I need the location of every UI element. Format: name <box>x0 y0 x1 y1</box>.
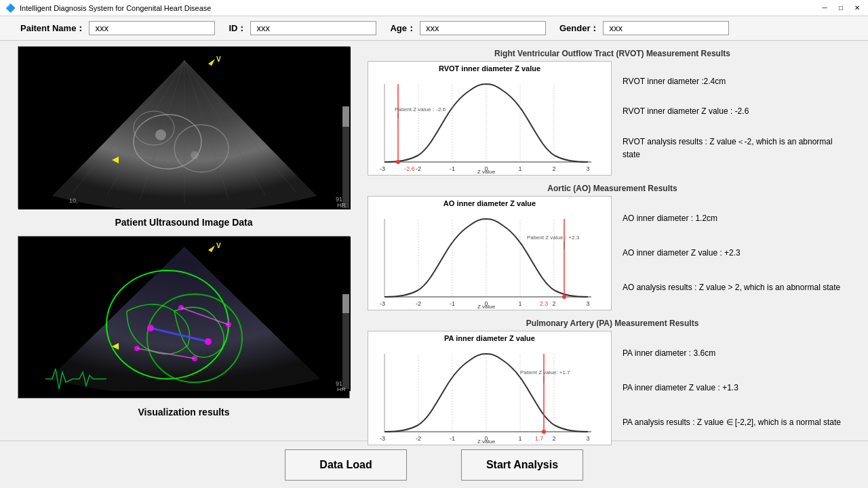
svg-point-57 <box>396 160 400 164</box>
pa-chart-title: PA inner diameter Z value <box>371 334 608 342</box>
right-panel: Right Ventricular Outflow Tract (RVOT) M… <box>368 46 857 435</box>
id-label: ID： <box>229 22 246 35</box>
svg-point-12 <box>191 151 199 159</box>
pa-chart: PA inner diameter Z value -3 <box>368 331 612 445</box>
pa-results: PA inner diameter : 3.6cm PA inner diame… <box>612 331 857 445</box>
svg-text:-2: -2 <box>416 435 421 442</box>
svg-point-11 <box>155 129 166 140</box>
svg-rect-37 <box>342 294 349 313</box>
rvot-result-3: RVOT analysis results : Z value＜-2, whic… <box>623 136 846 161</box>
rvot-section: Right Ventricular Outflow Tract (RVOT) M… <box>368 46 857 176</box>
rvot-chart-title: RVOT inner diameter Z value <box>371 64 608 73</box>
data-load-button[interactable]: Data Load <box>285 449 407 481</box>
svg-text:-2: -2 <box>416 300 421 307</box>
patient-name-label: Paitent Name： <box>20 22 85 35</box>
ao-chart-area: -3 -2 -1 0 1 2.3 2 3 Z value <box>371 209 608 307</box>
footer: Data Load Start Analysis <box>0 441 868 488</box>
ao-result-3: AO analysis results : Z value > 2, which… <box>623 281 846 294</box>
svg-text:10,: 10, <box>69 197 78 204</box>
svg-text:-2: -2 <box>416 165 421 172</box>
app-title: Intelligent Diagnosis System for Congeni… <box>20 4 211 12</box>
id-input[interactable] <box>250 21 376 35</box>
ultrasound-svg: V 10, 91 HR <box>18 47 351 209</box>
svg-text:-3: -3 <box>380 435 385 442</box>
title-bar-left: 🔷 Intelligent Diagnosis System for Conge… <box>5 3 211 13</box>
left-panel: V 10, 91 HR Patient Ultrasound Image Dat… <box>11 46 357 435</box>
svg-text:-3: -3 <box>380 300 385 307</box>
pa-section: Pulmonary Artery (PA) Measurement Result… <box>368 316 857 445</box>
svg-text:1.7: 1.7 <box>535 435 544 442</box>
pa-measurement: PA inner diameter Z value -3 <box>368 331 857 445</box>
minimize-button[interactable]: ─ <box>819 3 830 14</box>
visualization-image-box: V 91 HR <box>18 236 350 399</box>
svg-text:3: 3 <box>586 300 589 307</box>
gender-label: Gender： <box>559 22 599 35</box>
svg-text:-2.6: -2.6 <box>404 165 415 172</box>
rvot-result-1: RVOT inner diameter :2.4cm <box>623 75 846 88</box>
svg-text:1: 1 <box>518 435 521 442</box>
age-label: Age： <box>390 22 416 35</box>
svg-text:HR: HR <box>337 386 346 391</box>
visualization-label: Visualization results <box>138 407 229 418</box>
ao-section: Aortic (AO) Measurement Results AO inner… <box>368 181 857 310</box>
svg-text:Z value: Z value <box>477 304 496 309</box>
pa-section-title: Pulmonary Artery (PA) Measurement Result… <box>368 316 857 331</box>
rvot-results: RVOT inner diameter :2.4cm RVOT inner di… <box>612 61 857 176</box>
title-bar-controls: ─ □ ✕ <box>819 3 863 14</box>
svg-text:Patient Z value：+2.3: Patient Z value：+2.3 <box>527 235 580 241</box>
svg-text:V: V <box>216 56 221 63</box>
header-row: Paitent Name： ID： Age： Gender： <box>0 16 868 41</box>
patient-name-field: Paitent Name： <box>20 21 215 35</box>
close-button[interactable]: ✕ <box>852 3 863 14</box>
svg-text:-1: -1 <box>450 300 455 307</box>
age-field: Age： <box>390 21 546 35</box>
svg-point-25 <box>147 325 154 331</box>
rvot-measurement: RVOT inner diameter Z value <box>368 61 857 176</box>
ultrasound-image-box: V 10, 91 HR <box>18 46 350 209</box>
svg-point-97 <box>542 430 546 434</box>
svg-point-26 <box>205 338 212 345</box>
rvot-result-2: RVOT inner diameter Z value : -2.6 <box>623 105 846 118</box>
ao-measurement: AO inner diameter Z value -3 <box>368 196 857 310</box>
svg-text:HR: HR <box>337 202 346 209</box>
pa-result-2: PA inner diameter Z value : +1.3 <box>623 382 846 394</box>
svg-text:2: 2 <box>552 165 555 172</box>
svg-text:Z value: Z value <box>477 439 496 444</box>
pa-result-3: PA analysis results : Z value ∈ [-2,2], … <box>623 416 846 429</box>
ao-results: AO inner diameter : 1.2cm AO inner diame… <box>612 196 857 310</box>
gender-input[interactable] <box>603 21 729 35</box>
patient-name-input[interactable] <box>89 21 215 35</box>
ao-chart-title: AO inner diameter Z value <box>371 199 608 207</box>
svg-text:Z value: Z value <box>477 169 496 174</box>
svg-text:-1: -1 <box>450 435 455 442</box>
main-content: V 10, 91 HR Patient Ultrasound Image Dat… <box>0 41 868 441</box>
svg-rect-18 <box>342 106 349 127</box>
maximize-button[interactable]: □ <box>835 3 846 14</box>
rvot-section-title: Right Ventricular Outflow Tract (RVOT) M… <box>368 46 857 61</box>
ao-result-1: AO inner diameter : 1.2cm <box>623 212 846 225</box>
svg-text:3: 3 <box>586 165 589 172</box>
app-icon: 🔷 <box>5 3 16 13</box>
rvot-chart: RVOT inner diameter Z value <box>368 61 612 176</box>
rvot-chart-area: -3 -2.6 -2 -1 0 1 2 3 Z value <box>371 74 608 172</box>
svg-text:Patient Z value: +1.7: Patient Z value: +1.7 <box>520 369 570 375</box>
gender-field: Gender： <box>559 21 730 35</box>
age-input[interactable] <box>420 21 546 35</box>
id-field: ID： <box>229 21 376 35</box>
start-analysis-button[interactable]: Start Analysis <box>461 449 583 481</box>
svg-text:Patient Z value：-2.6: Patient Z value：-2.6 <box>395 106 446 113</box>
visualization-svg: V 91 HR <box>18 237 351 391</box>
svg-point-77 <box>562 295 566 299</box>
svg-text:1: 1 <box>518 165 521 172</box>
svg-text:2: 2 <box>552 435 555 442</box>
svg-text:V: V <box>216 242 221 249</box>
ultrasound-image-label: Patient Ultrasound Image Data <box>115 217 252 228</box>
ao-result-2: AO inner diameter Z value : +2.3 <box>623 247 846 260</box>
ao-chart: AO inner diameter Z value -3 <box>368 196 612 310</box>
svg-text:3: 3 <box>586 435 589 442</box>
svg-text:-3: -3 <box>380 165 385 172</box>
ao-section-title: Aortic (AO) Measurement Results <box>368 181 857 196</box>
svg-text:1: 1 <box>518 300 521 307</box>
title-bar: 🔷 Intelligent Diagnosis System for Conge… <box>0 0 868 16</box>
svg-text:-1: -1 <box>450 165 455 172</box>
